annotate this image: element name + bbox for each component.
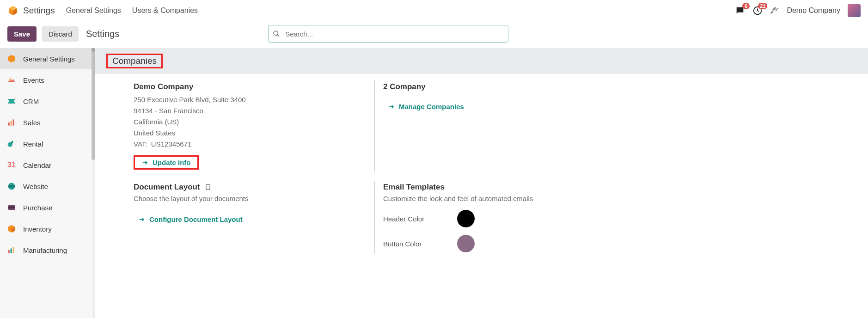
email-tpl-sub: Customize the look and feel of automated… <box>383 195 616 202</box>
top-nav: Settings General Settings Users & Compan… <box>0 0 868 21</box>
activities-badge: 21 <box>758 3 767 9</box>
sidebar-item-crm[interactable]: CRM <box>0 91 95 112</box>
scrollbar-thumb[interactable] <box>92 52 95 160</box>
section-title-companies: Companies <box>106 54 163 68</box>
company-info-block: Demo Company 250 Executive Park Blvd, Su… <box>125 80 374 171</box>
app-logo-icon[interactable] <box>7 5 18 16</box>
company-address-line: United States <box>134 128 366 139</box>
search-icon <box>273 30 280 37</box>
arrow-right-icon <box>138 216 146 223</box>
app-title[interactable]: Settings <box>23 6 55 16</box>
svg-rect-20 <box>13 247 14 253</box>
company-address-line: 94134 - San Francisco <box>134 105 366 116</box>
rental-icon <box>6 139 17 149</box>
crm-icon <box>6 96 17 106</box>
nav-general-settings[interactable]: General Settings <box>66 6 121 15</box>
sidebar-item-events[interactable]: Events <box>0 69 95 91</box>
header-color-row: Header Color <box>383 210 616 227</box>
action-label: Manage Companies <box>399 103 464 110</box>
company-switcher[interactable]: Demo Company <box>787 6 840 15</box>
sidebar-item-label: Calendar <box>23 161 51 169</box>
svg-point-13 <box>8 185 15 188</box>
search-input[interactable] <box>268 25 508 43</box>
sidebar-item-label: CRM <box>23 98 39 105</box>
vat-value: US12345671 <box>151 140 192 148</box>
events-icon <box>6 75 17 85</box>
settings-main: Companies Demo Company 250 Executive Par… <box>95 48 868 318</box>
website-icon <box>6 181 17 191</box>
svg-rect-15 <box>8 207 15 208</box>
calendar-icon: 31 <box>6 160 17 170</box>
sidebar-item-label: General Settings <box>23 55 75 63</box>
arrow-right-icon <box>388 104 395 110</box>
document-layout-block: Document Layout Choose the layout of you… <box>125 181 374 254</box>
svg-line-5 <box>277 35 279 37</box>
title-text: Document Layout <box>134 183 200 191</box>
breadcrumb-title: Settings <box>86 29 119 39</box>
configure-doc-layout-button[interactable]: Configure Document Layout <box>138 215 243 223</box>
action-label: Configure Document Layout <box>149 215 243 223</box>
company-address-line: 250 Executive Park Blvd, Suite 3400 <box>134 94 366 105</box>
arrow-right-icon <box>141 159 149 166</box>
email-templates-block: Email Templates Customize the look and f… <box>374 181 624 254</box>
button-color-label: Button Color <box>383 240 429 248</box>
user-avatar[interactable] <box>848 4 861 17</box>
debug-icon[interactable] <box>770 6 779 15</box>
svg-rect-19 <box>11 249 12 253</box>
update-info-button[interactable]: Update Info <box>134 155 199 170</box>
save-button[interactable]: Save <box>7 26 37 42</box>
email-tpl-title: Email Templates <box>383 183 616 192</box>
manufacturing-icon <box>6 245 17 255</box>
sidebar-item-sales[interactable]: Sales <box>0 112 95 133</box>
purchase-icon <box>6 202 17 213</box>
messages-icon[interactable]: 6 <box>735 6 745 16</box>
svg-rect-18 <box>8 250 10 253</box>
activities-icon[interactable]: 21 <box>752 6 763 16</box>
systray: 6 21 Demo Company <box>735 4 861 17</box>
action-label: Update Info <box>153 159 191 166</box>
discard-button[interactable]: Discard <box>42 26 79 42</box>
svg-rect-9 <box>13 119 14 125</box>
sidebar-item-label: Manufacturing <box>23 246 67 254</box>
inventory-icon <box>6 224 17 234</box>
svg-marker-6 <box>8 55 15 63</box>
sidebar-item-calendar[interactable]: 31 Calendar <box>0 154 95 176</box>
manage-companies-button[interactable]: Manage Companies <box>388 103 464 110</box>
settings-sidebar: General Settings Events CRM Sales Rental… <box>0 48 95 318</box>
hexagon-icon <box>6 54 17 64</box>
sidebar-item-label: Website <box>23 183 48 190</box>
svg-rect-23 <box>206 185 210 190</box>
building-icon <box>205 184 211 190</box>
messages-badge: 6 <box>742 3 750 9</box>
sidebar-item-purchase[interactable]: Purchase <box>0 197 95 218</box>
company-vat: VAT: US12345671 <box>134 139 366 150</box>
svg-rect-7 <box>8 122 10 126</box>
button-color-row: Button Color <box>383 235 616 252</box>
sidebar-item-rental[interactable]: Rental <box>0 133 95 154</box>
doc-layout-sub: Choose the layout of your documents <box>134 195 366 202</box>
sidebar-item-label: Purchase <box>23 204 52 212</box>
sidebar-item-label: Events <box>23 76 44 84</box>
sidebar-item-inventory[interactable]: Inventory <box>0 218 95 239</box>
companies-count: 2 Company <box>383 82 616 92</box>
scrollbar-up-icon[interactable] <box>92 48 95 52</box>
svg-rect-8 <box>11 121 12 126</box>
doc-layout-title: Document Layout <box>134 183 366 192</box>
sidebar-item-label: Rental <box>23 140 43 148</box>
vat-label: VAT: <box>134 140 147 148</box>
nav-users-companies[interactable]: Users & Companies <box>132 6 198 15</box>
company-name: Demo Company <box>134 82 366 92</box>
control-panel: Save Discard Settings <box>0 21 868 48</box>
section-header: Companies <box>95 48 868 74</box>
header-color-label: Header Color <box>383 215 429 223</box>
sidebar-item-label: Sales <box>23 119 41 127</box>
sidebar-item-website[interactable]: Website <box>0 176 95 197</box>
header-color-swatch[interactable] <box>457 210 475 227</box>
button-color-swatch[interactable] <box>457 235 475 252</box>
sidebar-item-general-settings[interactable]: General Settings <box>0 48 95 69</box>
sidebar-item-label: Inventory <box>23 225 52 233</box>
company-address-line: California (US) <box>134 116 366 128</box>
sidebar-item-manufacturing[interactable]: Manufacturing <box>0 239 95 261</box>
sales-icon <box>6 117 17 128</box>
companies-count-block: 2 Company Manage Companies <box>374 80 624 171</box>
